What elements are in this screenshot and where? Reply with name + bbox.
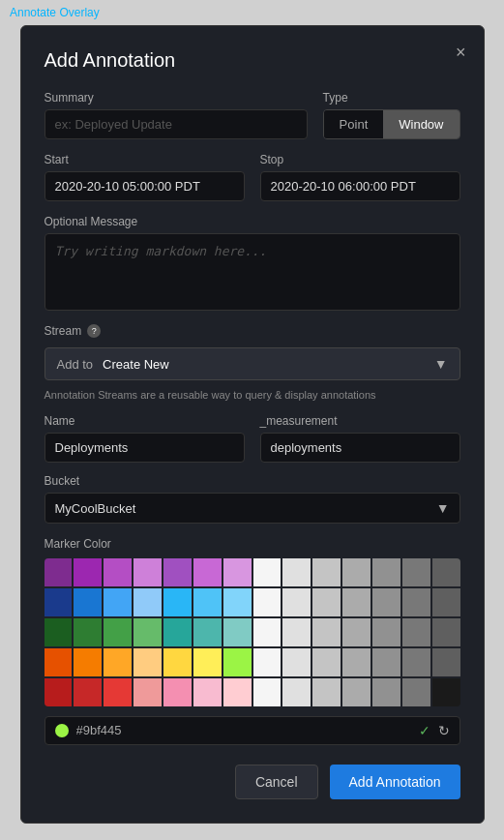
color-hex-input[interactable] [76,723,411,737]
color-swatch[interactable] [432,648,460,676]
color-swatch[interactable] [163,678,192,706]
color-refresh-icon[interactable]: ↻ [438,723,450,738]
color-swatch[interactable] [282,618,311,646]
color-swatch[interactable] [282,648,311,676]
color-swatch[interactable] [253,588,282,616]
name-input[interactable] [44,433,245,463]
color-swatch[interactable] [282,678,311,706]
color-swatch[interactable] [432,618,460,646]
color-swatch[interactable] [223,558,252,586]
color-swatch[interactable] [193,648,222,676]
color-swatch[interactable] [163,618,192,646]
color-check-icon[interactable]: ✓ [419,723,430,738]
color-swatch[interactable] [193,678,222,706]
color-swatch[interactable] [372,648,400,676]
color-swatch[interactable] [104,588,132,616]
color-swatch[interactable] [223,678,252,706]
type-buttons: Point Window [323,109,460,139]
color-swatch[interactable] [223,648,252,676]
color-palette [44,558,460,705]
summary-label: Summary [44,91,308,105]
color-swatch[interactable] [104,648,132,676]
measurement-input[interactable] [260,433,460,463]
color-swatch[interactable] [432,588,460,616]
start-input[interactable] [44,171,245,201]
color-swatch[interactable] [104,558,132,586]
color-swatch[interactable] [44,588,73,616]
color-swatch[interactable] [104,618,132,646]
color-swatch[interactable] [312,558,341,586]
color-swatch[interactable] [133,618,162,646]
type-label: Type [323,91,460,105]
color-swatch[interactable] [193,618,222,646]
color-swatch[interactable] [402,648,430,676]
color-swatch[interactable] [44,648,73,676]
color-swatch[interactable] [372,588,400,616]
color-swatch[interactable] [74,648,102,676]
color-swatch[interactable] [342,648,371,676]
type-point-button[interactable]: Point [324,110,384,138]
close-button[interactable]: × [456,44,466,61]
color-swatch[interactable] [253,648,282,676]
color-swatch[interactable] [372,558,400,586]
add-to-dropdown[interactable]: Add to Create New ▼ [44,347,460,380]
marker-color-section: Marker Color ✓ ↻ [44,537,460,744]
color-swatch[interactable] [253,618,282,646]
color-swatch[interactable] [193,588,222,616]
color-swatch[interactable] [74,678,102,706]
color-swatch[interactable] [163,648,192,676]
add-to-label: Add to [57,357,94,372]
stop-label: Stop [260,153,460,166]
color-swatch[interactable] [104,678,132,706]
color-swatch[interactable] [133,588,162,616]
message-textarea[interactable] [44,233,460,311]
color-swatch[interactable] [74,558,102,586]
stream-help-icon[interactable]: ? [87,324,101,338]
color-swatch[interactable] [133,558,162,586]
color-swatch[interactable] [342,678,371,706]
color-swatch[interactable] [282,588,311,616]
color-swatch[interactable] [402,588,430,616]
cancel-button[interactable]: Cancel [235,765,318,799]
color-swatch[interactable] [342,558,371,586]
stop-input[interactable] [260,171,460,201]
color-swatch[interactable] [312,648,341,676]
color-swatch[interactable] [282,558,311,586]
color-swatch[interactable] [402,678,430,706]
color-swatch[interactable] [342,618,371,646]
color-swatch[interactable] [342,588,371,616]
color-swatch[interactable] [432,678,460,706]
bucket-dropdown[interactable]: MyCoolBucket ▼ [44,493,460,524]
name-label: Name [44,414,245,428]
color-swatch[interactable] [133,678,162,706]
color-swatch[interactable] [223,588,252,616]
color-swatch[interactable] [74,588,102,616]
color-swatch[interactable] [163,588,192,616]
message-group: Optional Message [44,215,460,311]
color-swatch[interactable] [402,618,430,646]
color-swatch[interactable] [312,678,341,706]
color-swatch[interactable] [372,618,400,646]
bucket-dropdown-arrow-icon: ▼ [436,500,450,516]
name-group: Name [44,414,245,463]
color-swatch[interactable] [253,678,282,706]
color-swatch[interactable] [402,558,430,586]
color-swatch[interactable] [312,588,341,616]
color-swatch[interactable] [253,558,282,586]
color-swatch[interactable] [432,558,460,586]
name-measurement-row: Name _measurement [44,414,460,463]
color-swatch[interactable] [193,558,222,586]
color-swatch[interactable] [44,618,73,646]
color-swatch[interactable] [44,558,73,586]
color-swatch[interactable] [163,558,192,586]
type-window-button[interactable]: Window [383,110,459,138]
color-swatch[interactable] [312,618,341,646]
footer-buttons: Cancel Add Annotation [44,765,460,799]
color-swatch[interactable] [44,678,73,706]
color-swatch[interactable] [74,618,102,646]
summary-input[interactable] [44,109,308,139]
color-swatch[interactable] [133,648,162,676]
color-swatch[interactable] [223,618,252,646]
color-swatch[interactable] [372,678,400,706]
add-annotation-button[interactable]: Add Annotation [330,765,460,799]
